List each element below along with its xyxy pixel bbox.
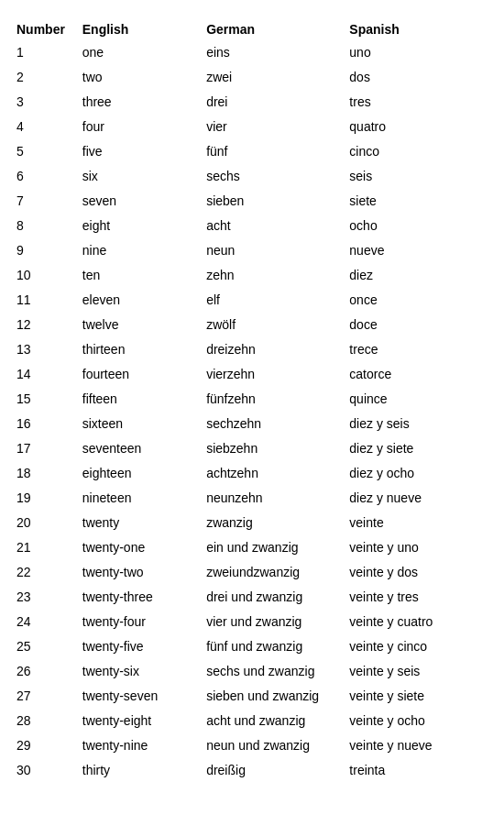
header-german: German <box>199 18 342 40</box>
cell-number: 26 <box>9 659 75 684</box>
table-row: 5fivefünfcinco <box>9 139 495 164</box>
table-row: 28twenty-eightacht und zwanzigveinte y o… <box>9 709 495 733</box>
cell-english: twenty <box>75 511 199 535</box>
cell-spanish: veinte y dos <box>342 560 495 585</box>
cell-english: twenty-one <box>75 535 199 560</box>
cell-number: 21 <box>9 535 75 560</box>
cell-number: 8 <box>9 214 75 238</box>
cell-number: 19 <box>9 486 75 511</box>
table-row: 18eighteenachtzehndiez y ocho <box>9 461 495 486</box>
cell-spanish: catorce <box>342 362 495 387</box>
cell-number: 13 <box>9 337 75 362</box>
cell-number: 16 <box>9 412 75 436</box>
table-row: 2twozweidos <box>9 65 495 90</box>
cell-german: vier <box>199 115 342 139</box>
table-row: 20twentyzwanzigveinte <box>9 511 495 535</box>
cell-german: dreizehn <box>199 337 342 362</box>
cell-english: eighteen <box>75 461 199 486</box>
cell-german: sechzehn <box>199 412 342 436</box>
cell-number: 25 <box>9 634 75 659</box>
cell-german: ein und zwanzig <box>199 535 342 560</box>
cell-spanish: diez y siete <box>342 436 495 461</box>
cell-english: three <box>75 90 199 115</box>
numbers-table: Number English German Spanish 1oneeinsun… <box>9 18 495 783</box>
table-row: 13thirteendreizehntrece <box>9 337 495 362</box>
cell-english: thirty <box>75 758 199 783</box>
table-row: 22twenty-twozweiundzwanzigveinte y dos <box>9 560 495 585</box>
cell-spanish: treinta <box>342 758 495 783</box>
cell-german: acht und zwanzig <box>199 709 342 733</box>
cell-spanish: veinte y seis <box>342 659 495 684</box>
cell-number: 4 <box>9 115 75 139</box>
header-number: Number <box>9 18 75 40</box>
table-row: 10tenzehndiez <box>9 263 495 288</box>
cell-german: sechs und zwanzig <box>199 659 342 684</box>
cell-german: acht <box>199 214 342 238</box>
table-row: 17seventeensiebzehndiez y siete <box>9 436 495 461</box>
table-row: 27twenty-sevensieben und zwanzigveinte y… <box>9 684 495 709</box>
cell-german: vierzehn <box>199 362 342 387</box>
cell-spanish: trece <box>342 337 495 362</box>
cell-spanish: cinco <box>342 139 495 164</box>
table-row: 3threedreitres <box>9 90 495 115</box>
cell-spanish: veinte y siete <box>342 684 495 709</box>
cell-english: nine <box>75 238 199 263</box>
cell-spanish: diez <box>342 263 495 288</box>
cell-english: twenty-eight <box>75 709 199 733</box>
cell-spanish: diez y ocho <box>342 461 495 486</box>
cell-spanish: veinte y tres <box>342 585 495 610</box>
cell-spanish: doce <box>342 313 495 337</box>
cell-german: achtzehn <box>199 461 342 486</box>
cell-german: drei <box>199 90 342 115</box>
cell-german: neun <box>199 238 342 263</box>
cell-english: twenty-six <box>75 659 199 684</box>
cell-spanish: once <box>342 288 495 313</box>
cell-english: seventeen <box>75 436 199 461</box>
cell-spanish: ocho <box>342 214 495 238</box>
cell-german: fünfzehn <box>199 387 342 412</box>
table-row: 1oneeinsuno <box>9 40 495 65</box>
cell-spanish: nueve <box>342 238 495 263</box>
cell-english: fifteen <box>75 387 199 412</box>
cell-german: vier und zwanzig <box>199 610 342 634</box>
cell-number: 24 <box>9 610 75 634</box>
cell-german: fünf und zwanzig <box>199 634 342 659</box>
cell-english: twelve <box>75 313 199 337</box>
cell-english: thirteen <box>75 337 199 362</box>
cell-german: zwei <box>199 65 342 90</box>
cell-spanish: tres <box>342 90 495 115</box>
cell-german: zweiundzwanzig <box>199 560 342 585</box>
cell-english: eight <box>75 214 199 238</box>
cell-german: drei und zwanzig <box>199 585 342 610</box>
cell-german: zwölf <box>199 313 342 337</box>
cell-spanish: quatro <box>342 115 495 139</box>
cell-english: twenty-seven <box>75 684 199 709</box>
table-row: 16sixteensechzehndiez y seis <box>9 412 495 436</box>
cell-spanish: veinte y cuatro <box>342 610 495 634</box>
cell-english: one <box>75 40 199 65</box>
table-row: 21twenty-oneein und zwanzigveinte y uno <box>9 535 495 560</box>
cell-number: 23 <box>9 585 75 610</box>
cell-number: 11 <box>9 288 75 313</box>
table-row: 29twenty-nineneun und zwanzigveinte y nu… <box>9 733 495 758</box>
cell-english: twenty-five <box>75 634 199 659</box>
cell-spanish: quince <box>342 387 495 412</box>
cell-german: neunzehn <box>199 486 342 511</box>
cell-spanish: seis <box>342 164 495 189</box>
cell-spanish: veinte <box>342 511 495 535</box>
cell-english: twenty-three <box>75 585 199 610</box>
table-row: 19nineteenneunzehndiez y nueve <box>9 486 495 511</box>
cell-number: 22 <box>9 560 75 585</box>
cell-spanish: diez y seis <box>342 412 495 436</box>
cell-english: sixteen <box>75 412 199 436</box>
cell-english: five <box>75 139 199 164</box>
cell-german: zehn <box>199 263 342 288</box>
cell-german: fünf <box>199 139 342 164</box>
cell-english: four <box>75 115 199 139</box>
cell-number: 18 <box>9 461 75 486</box>
cell-spanish: veinte y ocho <box>342 709 495 733</box>
header-spanish: Spanish <box>342 18 495 40</box>
cell-number: 7 <box>9 189 75 214</box>
cell-german: dreißig <box>199 758 342 783</box>
cell-number: 9 <box>9 238 75 263</box>
